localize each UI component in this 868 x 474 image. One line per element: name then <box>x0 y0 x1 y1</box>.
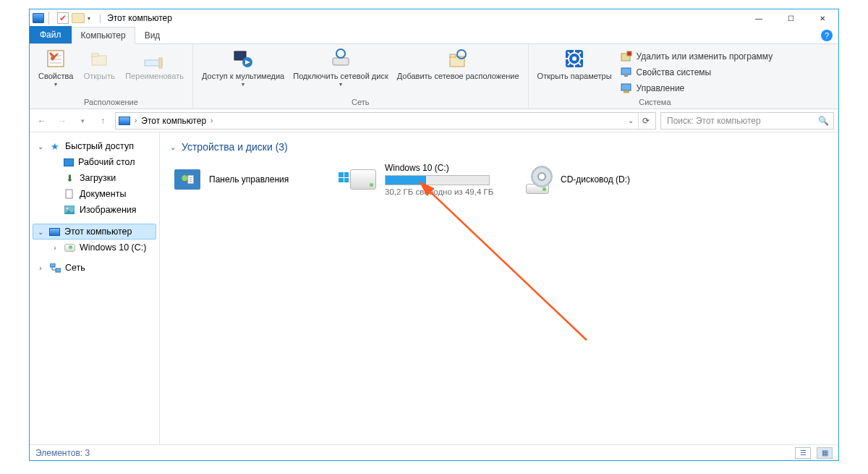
rename-button: Переименовать <box>122 46 187 82</box>
collapse-icon[interactable]: ⌄ <box>36 228 45 236</box>
sidebar-item-pictures[interactable]: Изображения <box>47 202 156 218</box>
expand-icon[interactable]: › <box>36 264 45 272</box>
forward-button[interactable]: → <box>54 113 70 129</box>
search-input[interactable] <box>665 115 814 127</box>
uninstall-program-button[interactable]: Удалить или изменить программу <box>618 48 776 64</box>
qat-dropdown-icon[interactable]: ▾ <box>88 15 90 22</box>
content-pane[interactable]: ⌄ Устройства и диски (3) Панель управлен… <box>160 132 838 444</box>
svg-line-39 <box>420 182 587 340</box>
system-properties-button[interactable]: Свойства системы <box>618 64 776 80</box>
network-icon <box>49 263 61 273</box>
body: ⌄ ★ Быстрый доступ Рабочий стол ⬇ Загруз… <box>30 132 838 444</box>
chevron-down-icon[interactable]: ⌄ <box>170 143 176 151</box>
star-icon: ★ <box>49 141 61 151</box>
sidebar-item-this-pc[interactable]: ⌄ Этот компьютер <box>33 224 156 240</box>
new-folder-qat-button[interactable] <box>72 13 85 23</box>
tab-view[interactable]: Вид <box>135 26 170 43</box>
annotation-arrow <box>406 174 594 362</box>
sidebar-item-desktop[interactable]: Рабочий стол <box>47 154 156 170</box>
desktop-icon <box>64 158 74 166</box>
qat-separator <box>48 12 53 25</box>
open-settings-button[interactable]: Открыть параметры <box>535 46 615 82</box>
svg-rect-11 <box>450 54 456 57</box>
svg-point-34 <box>182 175 188 182</box>
ribbon-tabs: Файл Компьютер Вид ? <box>30 27 838 44</box>
svg-rect-1 <box>92 56 106 65</box>
search-icon[interactable]: 🔍 <box>818 116 829 126</box>
refresh-button[interactable]: ⟳ <box>638 113 652 129</box>
tile-drive-c[interactable]: Windows 10 (C:) 30,2 ГБ свободно из 49,4… <box>346 160 509 199</box>
expand-icon[interactable]: › <box>51 244 59 252</box>
back-button[interactable]: ← <box>34 113 50 129</box>
svg-rect-32 <box>50 263 55 267</box>
svg-rect-2 <box>92 54 98 56</box>
this-pc-icon <box>49 228 60 236</box>
title-bar: ✔ ▾ | Этот компьютер — ☐ ✕ <box>30 9 838 27</box>
breadcrumb-chevron-icon[interactable]: › <box>210 117 213 124</box>
view-tiles-button[interactable]: ▦ <box>817 447 833 459</box>
collapse-icon[interactable]: ⌄ <box>36 143 45 151</box>
chevron-down-icon: ▾ <box>54 81 57 88</box>
svg-rect-4 <box>159 58 162 68</box>
ribbon-group-network: Доступ к мультимедиа ▾ Подключить сетево… <box>193 44 529 109</box>
status-item-count: Элементов: 3 <box>35 448 90 458</box>
window-title: Этот компьютер <box>107 13 172 23</box>
address-history-dropdown[interactable]: ⌄ <box>628 117 634 124</box>
add-network-location-button[interactable]: Добавить сетевое расположение <box>394 46 522 82</box>
ribbon-group-label: Система <box>639 96 671 109</box>
svg-rect-26 <box>621 68 631 75</box>
drive-icon <box>64 242 75 253</box>
address-bar[interactable]: › Этот компьютер › ⌄ ⟳ <box>115 112 656 130</box>
chevron-down-icon: ▾ <box>242 81 244 88</box>
sidebar-item-documents[interactable]: Документы <box>47 186 156 202</box>
navigation-bar: ← → ▾ ↑ › Этот компьютер › ⌄ ⟳ 🔍 <box>30 109 838 132</box>
tile-cd-drive[interactable]: CD-дисковод (D:) <box>522 160 684 199</box>
map-drive-button[interactable]: Подключить сетевой диск ▾ <box>290 46 391 89</box>
help-icon[interactable]: ? <box>821 30 833 41</box>
group-header-devices[interactable]: ⌄ Устройства и диски (3) <box>170 141 828 153</box>
open-button: Открыть <box>79 46 119 82</box>
view-details-button[interactable]: ☰ <box>795 447 811 459</box>
sidebar-item-quick-access[interactable]: ⌄ ★ Быстрый доступ <box>33 138 156 154</box>
breadcrumb-this-pc[interactable]: Этот компьютер <box>141 116 206 126</box>
downloads-icon: ⬇ <box>64 173 75 183</box>
up-button[interactable]: ↑ <box>95 113 111 129</box>
svg-rect-27 <box>624 75 628 77</box>
tab-file[interactable]: Файл <box>30 26 72 43</box>
uninstall-icon <box>621 51 632 62</box>
sidebar-item-c-drive[interactable]: › Windows 10 (C:) <box>47 240 156 255</box>
svg-rect-33 <box>56 268 61 272</box>
properties-button[interactable]: ✔ Свойства ▾ <box>35 46 76 89</box>
ribbon-group-label: Расположение <box>84 96 138 109</box>
svg-rect-8 <box>333 58 349 65</box>
documents-icon <box>64 189 75 199</box>
manage-icon <box>621 82 632 94</box>
properties-qat-button[interactable]: ✔ <box>57 12 69 24</box>
tab-computer[interactable]: Компьютер <box>72 27 135 44</box>
ribbon: ✔ Свойства ▾ Открыть Переименовать Распо… <box>30 44 838 109</box>
chevron-down-icon: ▾ <box>339 81 342 88</box>
cd-drive-icon <box>524 165 553 194</box>
breadcrumb-chevron-icon[interactable]: › <box>135 117 137 124</box>
search-box[interactable]: 🔍 <box>660 112 834 130</box>
minimize-button[interactable]: — <box>743 9 775 27</box>
sidebar-item-network[interactable]: › Сеть <box>33 260 156 276</box>
navigation-pane[interactable]: ⌄ ★ Быстрый доступ Рабочий стол ⬇ Загруз… <box>30 132 160 444</box>
drive-usage-bar <box>385 175 490 185</box>
monitor-icon <box>621 67 632 78</box>
manage-button[interactable]: Управление <box>618 80 776 96</box>
svg-point-15 <box>572 56 576 61</box>
explorer-window: ✔ ▾ | Этот компьютер — ☐ ✕ Файл Компьюте… <box>29 9 839 461</box>
svg-rect-29 <box>66 190 72 198</box>
qat-separator: | <box>99 13 101 23</box>
media-access-button[interactable]: Доступ к мультимедиа ▾ <box>199 46 287 89</box>
ribbon-group-system: Открыть параметры Удалить или изменить п… <box>529 44 782 109</box>
quick-access-toolbar: ✔ ▾ | <box>30 12 104 25</box>
svg-rect-28 <box>621 84 631 90</box>
close-button[interactable]: ✕ <box>807 9 838 27</box>
tile-control-panel[interactable]: Панель управления <box>170 160 333 199</box>
drive-icon <box>349 165 378 194</box>
sidebar-item-downloads[interactable]: ⬇ Загрузки <box>47 170 156 186</box>
recent-locations-button[interactable]: ▾ <box>75 113 90 129</box>
maximize-button[interactable]: ☐ <box>775 9 807 27</box>
